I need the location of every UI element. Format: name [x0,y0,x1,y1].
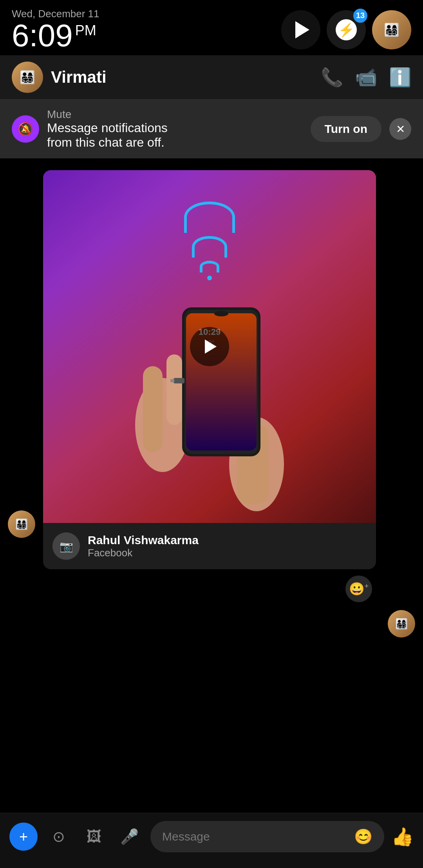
status-icons: ⚡ 13 👨‍👩‍👧‍👦 [281,10,411,49]
phone-call-icon[interactable]: 📞 [321,67,343,88]
mute-banner: 🔕 Mute Message notificationsfrom this ch… [0,100,423,158]
messages-section: 👨‍👩‍👧‍👦 [0,158,423,649]
shared-info: Rahul Vishwakarma Facebook [88,534,367,559]
svg-rect-14 [170,379,174,382]
play-icon [205,340,217,354]
chat-actions: 📞 📹 ℹ️ [321,67,411,88]
chat-header: 👨‍👩‍👧‍👦 Virmati 📞 📹 ℹ️ [0,55,423,100]
message-input-bar[interactable]: Message 😊 [150,821,384,852]
shared-sender-avatar: 📷 [52,532,80,560]
group-photo: 👨‍👩‍👧‍👦 [372,10,411,49]
mic-button[interactable]: 🎤 [115,823,143,851]
mute-icon: 🔕 [18,122,33,136]
emoji-input-button[interactable]: 😊 [354,828,372,845]
info-icon[interactable]: ℹ️ [389,67,411,88]
message-placeholder[interactable]: Message [162,830,349,843]
close-mute-banner-button[interactable]: ✕ [389,118,411,140]
chat-avatar[interactable]: 👨‍👩‍👧‍👦 [12,62,43,93]
image-icon: 🖼 [87,828,101,845]
status-clock: 6:09PM [12,20,99,51]
mute-text: Mute Message notificationsfrom this chat… [47,108,303,150]
video-call-icon[interactable]: 📹 [355,67,377,88]
play-video-button[interactable] [190,327,229,366]
reaction-area: 😀+ [0,569,423,602]
shared-source-name: Facebook [88,547,367,559]
turn-on-button[interactable]: Turn on [311,116,381,142]
svg-rect-1 [143,366,163,452]
shared-avatar-image: 📷 [52,532,80,560]
image-button[interactable]: 🖼 [80,823,108,851]
chat-name: Virmati [51,68,313,87]
shared-sender-name: Rahul Vishwakarma [88,534,367,547]
profile-avatar-status[interactable]: 👨‍👩‍👧‍👦 [372,10,411,49]
sender-avatar-left: 👨‍👩‍👧‍👦 [8,510,35,538]
phone-hands-illustration: 10:29 23° [131,229,288,523]
video-thumbnail[interactable]: 10:29 23° [43,170,376,523]
camera-button[interactable]: ⊙ [45,823,73,851]
mute-description: Message notificationsfrom this chat are … [47,121,303,150]
svg-rect-13 [174,378,184,383]
camera-icon: ⊙ [52,828,65,845]
messenger-button[interactable]: ⚡ 13 [327,10,366,49]
add-button[interactable]: + [9,823,38,851]
add-reaction-button[interactable]: 😀+ [345,576,372,602]
thumbs-up-button[interactable]: 👍 [391,826,414,847]
video-message-card: 10:29 23° [43,170,376,569]
mic-icon: 🎤 [120,828,139,845]
mute-icon-circle: 🔕 [12,115,39,143]
bottom-toolbar: + ⊙ 🖼 🎤 Message 😊 👍 [0,813,423,868]
add-reaction-icon: 😀+ [349,581,369,596]
notification-badge: 13 [353,9,367,23]
svg-point-12 [214,311,228,316]
status-time: Wed, December 11 6:09PM [12,8,99,51]
shared-content-card: 📷 Rahul Vishwakarma Facebook [43,523,376,569]
play-icon [295,21,309,38]
mute-title: Mute [47,108,303,121]
sender-avatar-right: 👨‍👩‍👧‍👦 [388,610,415,637]
add-icon: + [19,828,28,845]
message-area: 👨‍👩‍👧‍👦 [0,158,423,746]
messenger-icon: ⚡ [336,19,357,40]
play-button[interactable] [281,10,320,49]
svg-rect-2 [166,354,182,425]
status-bar: Wed, December 11 6:09PM ⚡ 13 👨‍👩‍👧‍👦 [0,0,423,55]
